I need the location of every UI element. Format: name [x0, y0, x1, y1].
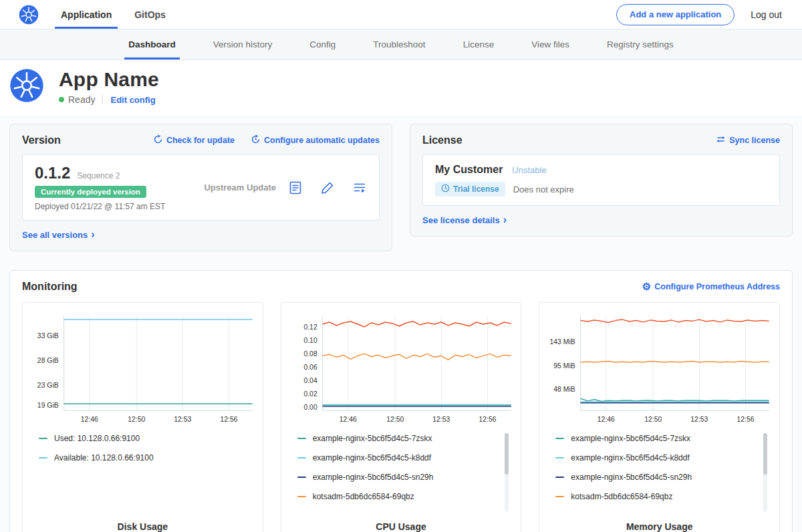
sync-license-link[interactable]: Sync license: [716, 134, 780, 146]
svg-text:23 GiB: 23 GiB: [37, 382, 59, 389]
customer-name: My Customer: [435, 164, 503, 176]
see-license-details-link[interactable]: See license details ›: [422, 215, 507, 225]
svg-text:12:46: 12:46: [597, 415, 615, 422]
disk-usage-chart-card: 12:4612:5012:5312:5633 GiB28 GiB23 GiB19…: [22, 302, 263, 532]
legend-marker: [555, 477, 564, 478]
edit-config-icon[interactable]: [320, 180, 335, 195]
chart-title: Disk Usage: [28, 521, 257, 532]
see-license-details-label: See license details: [422, 215, 500, 225]
subnav-dashboard[interactable]: Dashboard: [110, 29, 194, 59]
monitoring-card: Monitoring ⚙ Configure Prometheus Addres…: [9, 270, 793, 532]
memory-usage-chart: 12:4612:5012:5312:56143 MiB95 MiB48 MiB: [545, 311, 774, 427]
svg-text:12:50: 12:50: [386, 415, 404, 422]
chart-legend: Used: 10.128.0.66:9100Available: 10.128.…: [39, 432, 252, 513]
legend-label: kotsadm-5db6dc6584-69qbz: [313, 492, 414, 501]
svg-text:0.00: 0.00: [303, 404, 317, 411]
legend-marker: [297, 438, 306, 439]
cpu-usage-chart: 12:4612:5012:5312:560.120.100.080.060.04…: [287, 311, 516, 427]
version-card-title: Version: [22, 134, 61, 146]
logout-link[interactable]: Log out: [751, 9, 782, 20]
legend-label: example-nginx-5bc6f5d4c5-k8ddf: [313, 453, 431, 462]
legend-item[interactable]: example-nginx-5bc6f5d4c5-sn29h: [555, 471, 758, 484]
sub-nav: Dashboard Version history Config Trouble…: [0, 29, 802, 60]
subnav-version-history[interactable]: Version history: [194, 29, 291, 59]
license-card: License Sync license My Customer Unstabl…: [410, 124, 793, 237]
svg-text:12:53: 12:53: [432, 415, 450, 422]
disk-usage-chart: 12:4612:5012:5312:5633 GiB28 GiB23 GiB19…: [28, 311, 257, 427]
configure-prometheus-link[interactable]: ⚙ Configure Prometheus Address: [642, 281, 780, 291]
tab-application[interactable]: Application: [49, 0, 123, 29]
memory-usage-chart-card: 12:4612:5012:5312:56143 MiB95 MiB48 MiB …: [539, 302, 780, 532]
svg-text:95 MiB: 95 MiB: [554, 362, 575, 369]
sequence-label: Sequence 2: [77, 171, 120, 180]
legend-item[interactable]: kotsadm-5db6dc6584-69qbz: [297, 490, 500, 503]
legend-item[interactable]: Used: 10.128.0.66:9100: [39, 432, 241, 445]
subnav-registry-settings[interactable]: Registry settings: [588, 29, 692, 59]
legend-label: example-nginx-5bc6f5d4c5-k8ddf: [571, 453, 689, 462]
cpu-usage-chart-card: 12:4612:5012:5312:560.120.100.080.060.04…: [281, 302, 522, 532]
legend-item[interactable]: example-nginx-5bc6f5d4c5-7zskx: [297, 432, 500, 445]
legend-item[interactable]: example-nginx-5bc6f5d4c5-k8ddf: [297, 451, 500, 464]
subnav-troubleshoot[interactable]: Troubleshoot: [354, 29, 444, 59]
svg-text:12:53: 12:53: [691, 415, 708, 422]
legend-scrollbar-thumb[interactable]: [763, 433, 767, 475]
subnav-config[interactable]: Config: [291, 29, 354, 59]
legend-marker: [39, 438, 47, 439]
svg-text:12:56: 12:56: [737, 415, 755, 422]
svg-text:12:56: 12:56: [220, 415, 237, 422]
svg-text:12:50: 12:50: [645, 415, 662, 422]
legend-item[interactable]: kotsadm-5db6dc6584-69qbz: [555, 490, 758, 503]
legend-scrollbar[interactable]: [763, 433, 767, 512]
legend-marker: [297, 477, 306, 478]
check-for-update-label: Check for update: [166, 136, 235, 145]
monitoring-title: Monitoring: [22, 281, 78, 293]
license-type-label: Trial license: [453, 184, 499, 194]
configure-automatic-updates-link[interactable]: Configure automatic updates: [251, 134, 380, 146]
divider: [102, 95, 103, 104]
legend-label: example-nginx-5bc6f5d4c5-sn29h: [571, 473, 692, 482]
svg-text:0.12: 0.12: [303, 323, 317, 330]
legend-marker: [39, 457, 47, 458]
subnav-license[interactable]: License: [444, 29, 513, 59]
chart-legend: example-nginx-5bc6f5d4c5-7zskxexample-ng…: [555, 432, 769, 513]
configure-automatic-updates-label: Configure automatic updates: [264, 136, 380, 145]
subnav-view-files[interactable]: View files: [513, 29, 588, 59]
check-for-update-link[interactable]: Check for update: [153, 134, 235, 146]
legend-item[interactable]: example-nginx-5bc6f5d4c5-k8ddf: [555, 451, 758, 464]
legend-item[interactable]: example-nginx-5bc6f5d4c5-7zskx: [555, 432, 758, 445]
legend-label: example-nginx-5bc6f5d4c5-sn29h: [313, 473, 434, 482]
chart-legend: example-nginx-5bc6f5d4c5-7zskxexample-ng…: [297, 432, 511, 513]
tab-gitops[interactable]: GitOps: [123, 0, 177, 29]
legend-item[interactable]: example-nginx-5bc6f5d4c5-sn29h: [297, 471, 500, 484]
svg-text:28 GiB: 28 GiB: [37, 357, 59, 364]
see-all-versions-link[interactable]: See all versions ›: [22, 229, 95, 240]
release-notes-icon[interactable]: [352, 180, 367, 195]
legend-scrollbar[interactable]: [505, 433, 509, 512]
preflight-checks-icon[interactable]: [288, 180, 303, 195]
svg-text:12:46: 12:46: [81, 415, 98, 422]
sync-license-label: Sync license: [729, 136, 780, 145]
deployed-version-badge: Currently deployed version: [35, 186, 146, 198]
license-type-badge: Trial license: [435, 182, 505, 196]
legend-item[interactable]: Available: 10.128.0.66:9100: [39, 451, 241, 464]
clock-icon: [441, 184, 450, 194]
deployed-version-info: 0.1.2 Sequence 2 Currently deployed vers…: [35, 164, 165, 211]
configure-prometheus-label: Configure Prometheus Address: [654, 282, 780, 291]
svg-text:12:56: 12:56: [479, 415, 496, 422]
legend-scrollbar-thumb[interactable]: [505, 433, 509, 475]
legend-marker: [555, 496, 564, 497]
legend-label: Available: 10.128.0.66:9100: [54, 453, 154, 462]
legend-label: example-nginx-5bc6f5d4c5-7zskx: [313, 434, 432, 443]
app-header: App Name Ready Edit config: [0, 60, 802, 116]
top-nav: Application GitOps Add a new application…: [0, 0, 802, 29]
svg-text:0.08: 0.08: [303, 350, 317, 357]
see-all-versions-label: See all versions: [22, 230, 88, 240]
edit-config-link[interactable]: Edit config: [110, 95, 155, 105]
legend-marker: [555, 457, 564, 458]
license-card-title: License: [422, 134, 462, 146]
svg-text:12:53: 12:53: [174, 415, 191, 422]
chart-title: CPU Usage: [287, 521, 516, 532]
add-application-button[interactable]: Add a new application: [616, 4, 734, 25]
sync-icon: [716, 134, 726, 146]
svg-text:33 GiB: 33 GiB: [37, 332, 59, 340]
